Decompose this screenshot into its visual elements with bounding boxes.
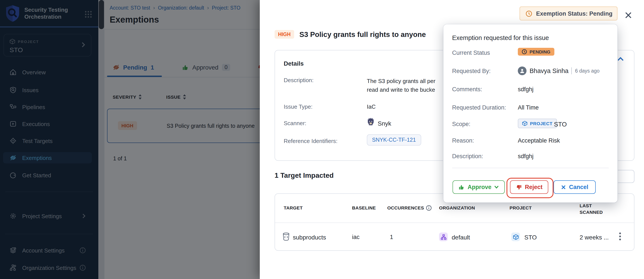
collapse-chevron-up-icon[interactable] <box>617 56 624 61</box>
reference-identifiers-label: Reference Identifiers: <box>284 138 338 144</box>
organization-icon <box>439 233 448 241</box>
requested-time: 6 days ago <box>575 68 600 73</box>
target-container-icon <box>282 233 290 241</box>
occurrences-cell: 1 <box>390 234 393 240</box>
issue-type-label: Issue Type: <box>284 103 313 110</box>
divider <box>572 67 572 74</box>
chevron-down-icon <box>494 186 499 189</box>
organization-cell: default <box>452 234 470 241</box>
reference-identifier-chip[interactable]: SNYK-CC-TF-121 <box>367 134 421 146</box>
description-label: Description: <box>284 77 314 83</box>
exemption-status-label: Exemption Status: Pending <box>536 10 612 17</box>
scope-value: STO <box>554 121 567 128</box>
snyk-logo <box>367 117 375 126</box>
targets-impacted-heading: 1 Target Impacted <box>274 172 334 180</box>
popup-heading: Exemption requested for this issue <box>452 34 549 41</box>
comments-label: Comments: <box>452 86 482 93</box>
avatar <box>518 66 526 75</box>
current-status-label: Current Status <box>452 49 490 56</box>
approve-label: Approve <box>468 184 492 190</box>
exemption-status-button[interactable]: Exemption Status: Pending <box>520 6 618 20</box>
scanner-label: Scanner: <box>284 120 306 126</box>
column-header-project: PROJECT <box>510 205 532 211</box>
clock-icon <box>522 49 527 54</box>
reason-label: Reason: <box>452 137 474 144</box>
approve-button[interactable]: Approve <box>452 180 505 194</box>
description-label: Description: <box>452 153 483 160</box>
exemption-popup: Exemption requested for this issue Curre… <box>444 24 618 203</box>
column-header-occurrences: OCCURRENCES <box>387 205 432 211</box>
baseline-cell: iac <box>352 234 360 240</box>
reject-label: Reject <box>525 184 542 190</box>
requested-duration-label: Requested Duration: <box>452 104 506 111</box>
description-value: The S3 policy grants all per read and wr… <box>367 77 435 94</box>
scope-project-chip: PROJECT <box>518 119 557 128</box>
kebab-menu-icon[interactable] <box>619 232 621 241</box>
reject-button[interactable]: Reject <box>510 180 548 194</box>
thumbs-up-icon <box>458 184 464 190</box>
screen: Security Testing Orchestration PROJECT S… <box>0 0 644 279</box>
details-heading: Details <box>284 60 304 67</box>
popup-divider <box>452 168 609 168</box>
info-icon <box>426 205 432 211</box>
description-value: sdfghj <box>518 153 534 160</box>
pending-status-badge: PENDING <box>518 48 554 56</box>
cancel-label: Cancel <box>569 184 588 190</box>
requester-name: Bhavya Sinha <box>530 67 568 74</box>
reason-value: Acceptable Risk <box>518 137 560 144</box>
column-header-baseline: BASELINE <box>352 205 376 211</box>
project-cell: STO <box>524 234 537 241</box>
scope-label: Scope: <box>452 121 470 127</box>
requested-by-label: Requested By: <box>452 68 490 74</box>
column-header-target: TARGET <box>284 205 303 211</box>
requested-by-value: Bhavya Sinha 6 days ago <box>518 66 600 75</box>
scanner-value: Snyk <box>378 120 391 127</box>
comments-value: sdfghj <box>518 86 534 93</box>
severity-badge: HIGH <box>274 30 294 39</box>
requested-duration-value: All Time <box>518 104 539 111</box>
close-icon[interactable] <box>624 11 632 19</box>
column-header-organization: ORGANIZATION <box>439 205 475 211</box>
clock-icon <box>526 10 532 17</box>
issue-detail-title: S3 Policy grants full rights to anyone <box>299 30 426 39</box>
target-cell[interactable]: subproducts <box>293 234 326 241</box>
issue-type-value: IaC <box>367 103 376 110</box>
table-divider <box>275 223 634 223</box>
column-header-last-scanned: LAST SCANNED <box>580 203 606 216</box>
modal-dim-overlay[interactable] <box>0 0 260 279</box>
last-scanned-cell: 2 weeks ... <box>580 234 609 241</box>
project-cube-icon <box>511 233 520 241</box>
cancel-button[interactable]: ✕ Cancel <box>554 180 596 194</box>
x-icon: ✕ <box>561 184 566 191</box>
cube-icon <box>522 121 528 126</box>
thumbs-down-icon <box>516 184 522 190</box>
